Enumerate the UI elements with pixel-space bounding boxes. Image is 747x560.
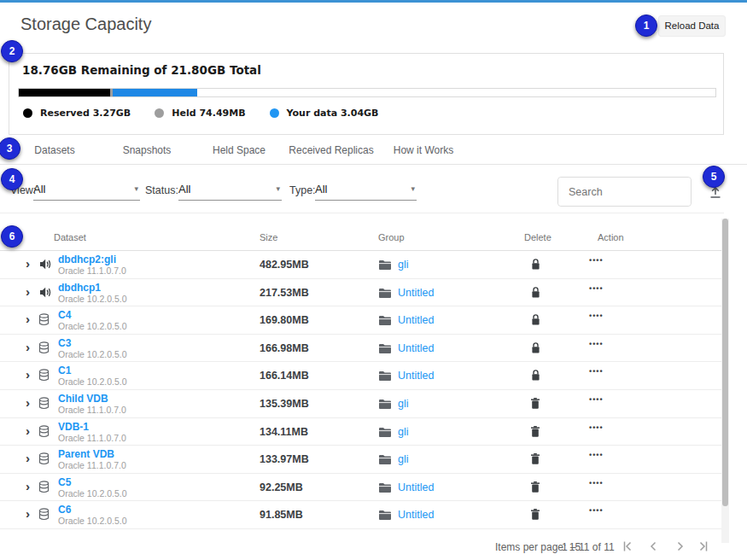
- lock-icon[interactable]: [530, 313, 541, 330]
- dataset-name-link[interactable]: C6: [58, 504, 71, 516]
- yourdata-dot-icon: [270, 108, 279, 118]
- capacity-legend: Reserved 3.27GB Held 74.49MB Your data 3…: [23, 108, 379, 119]
- capacity-bar: [18, 88, 716, 97]
- search-input[interactable]: [558, 178, 691, 206]
- lock-icon[interactable]: [530, 341, 541, 358]
- group-link[interactable]: Untitled: [398, 481, 434, 493]
- folder-icon: [378, 314, 392, 330]
- tab-datasets[interactable]: Datasets: [9, 138, 101, 164]
- column-header-action: Action: [598, 232, 624, 242]
- trash-icon[interactable]: [530, 425, 540, 441]
- trash-icon[interactable]: [530, 452, 540, 469]
- view-filter-select[interactable]: All ▾: [33, 180, 140, 201]
- tab-received-replicas[interactable]: Received Replicas: [285, 138, 377, 164]
- next-page-icon[interactable]: [673, 539, 688, 554]
- column-header-dataset: Dataset: [54, 232, 86, 242]
- tab-bar: Datasets Snapshots Held Space Received R…: [0, 138, 747, 165]
- database-icon: [38, 481, 50, 497]
- group-link[interactable]: Untitled: [398, 314, 434, 326]
- dataset-size: 169.80MB: [260, 314, 309, 326]
- type-filter-select[interactable]: All ▾: [315, 180, 417, 201]
- legend-reserved-label: Reserved 3.27GB: [40, 108, 131, 119]
- chevron-down-icon: ▾: [276, 184, 280, 193]
- storage-capacity-page: Storage Capacity Reload Data 1 2 3 4 5 6…: [0, 0, 747, 560]
- group-link[interactable]: Untitled: [398, 370, 434, 382]
- folder-icon: [378, 287, 392, 302]
- expand-chevron-icon[interactable]: ›: [26, 423, 30, 438]
- dataset-subtitle: Oracle 10.2.0.5.0: [58, 488, 127, 499]
- type-filter-value: All: [315, 183, 327, 195]
- expand-chevron-icon[interactable]: ›: [26, 506, 30, 521]
- more-actions-icon[interactable]: ••••: [589, 284, 604, 293]
- group-link[interactable]: Untitled: [398, 509, 434, 521]
- dataset-name-link[interactable]: C1: [58, 365, 71, 376]
- previous-page-icon[interactable]: [645, 539, 661, 554]
- capacity-bar-yourdata-segment: [113, 89, 197, 96]
- dataset-name-link[interactable]: dbdhcp2:gli: [58, 254, 116, 265]
- folder-icon: [378, 453, 392, 469]
- more-actions-icon[interactable]: ••••: [589, 340, 604, 348]
- dataset-name-link[interactable]: C3: [58, 337, 71, 349]
- dataset-name-link[interactable]: VDB-1: [58, 421, 89, 433]
- group-link[interactable]: gli: [398, 453, 409, 465]
- dataset-size: 91.85MB: [260, 509, 303, 521]
- reload-data-button[interactable]: Reload Data: [658, 15, 726, 37]
- expand-chevron-icon[interactable]: ›: [26, 367, 30, 382]
- lock-icon[interactable]: [530, 258, 541, 274]
- dataset-size: 134.11MB: [260, 426, 308, 438]
- callout-badge-2: 2: [1, 40, 23, 62]
- trash-icon[interactable]: [530, 481, 540, 497]
- view-filter-value: All: [33, 183, 45, 195]
- dataset-subtitle: Oracle 10.2.0.5.0: [58, 294, 127, 304]
- table-row: › C1 Oracle 10.2.0.5.0 166.14MB: [0, 362, 724, 390]
- lock-icon[interactable]: [530, 286, 541, 302]
- more-actions-icon[interactable]: ••••: [589, 367, 604, 376]
- scrollbar-thumb[interactable]: [722, 219, 728, 506]
- folder-icon: [378, 426, 392, 441]
- dataset-name-link[interactable]: Parent VDB: [58, 448, 114, 460]
- tab-how-it-works[interactable]: How it Works: [377, 138, 470, 164]
- dataset-name-link[interactable]: Child VDB: [58, 393, 108, 405]
- more-actions-icon[interactable]: ••••: [589, 506, 604, 515]
- filters-toolbar: View: All ▾ Status: All ▾ Type: All ▾: [0, 170, 747, 213]
- group-link[interactable]: Untitled: [398, 287, 434, 299]
- expand-chevron-icon[interactable]: ›: [26, 451, 30, 465]
- group-link[interactable]: gli: [398, 426, 409, 438]
- expand-chevron-icon[interactable]: ›: [26, 479, 30, 493]
- dataset-name-link[interactable]: dbdhcp1: [58, 282, 101, 294]
- tab-held-space[interactable]: Held Space: [193, 138, 285, 164]
- expand-chevron-icon[interactable]: ›: [26, 284, 30, 299]
- lock-icon[interactable]: [530, 369, 541, 385]
- dataset-name-link[interactable]: C4: [58, 309, 71, 321]
- expand-chevron-icon[interactable]: ›: [26, 395, 30, 410]
- trash-icon[interactable]: [530, 397, 540, 413]
- dataset-size: 92.25MB: [260, 481, 303, 493]
- group-link[interactable]: Untitled: [398, 342, 434, 354]
- paginator: Items per page: 15 1 – 11 of 11: [0, 534, 724, 559]
- tab-snapshots[interactable]: Snapshots: [101, 138, 193, 164]
- group-link[interactable]: gli: [398, 398, 409, 410]
- more-actions-icon[interactable]: ••••: [589, 451, 604, 459]
- status-filter-select[interactable]: All ▾: [178, 180, 282, 201]
- dataset-size: 135.39MB: [260, 398, 309, 410]
- table-scrollbar[interactable]: [721, 219, 729, 543]
- folder-icon: [378, 370, 392, 385]
- more-actions-icon[interactable]: ••••: [589, 479, 604, 487]
- legend-yourdata-label: Your data 3.04GB: [287, 108, 379, 119]
- dataset-name-link[interactable]: C5: [58, 476, 71, 488]
- more-actions-icon[interactable]: ••••: [589, 256, 604, 265]
- expand-chevron-icon[interactable]: ›: [26, 340, 30, 354]
- dataset-table-body: › dbdhcp2:gli Oracle 11.1.0.7.0 482.95MB: [0, 251, 724, 529]
- database-icon: [38, 508, 50, 524]
- last-page-icon[interactable]: [696, 539, 711, 554]
- trash-icon[interactable]: [530, 508, 540, 524]
- more-actions-icon[interactable]: ••••: [589, 423, 604, 432]
- first-page-icon[interactable]: [620, 539, 635, 554]
- expand-chevron-icon[interactable]: ›: [26, 256, 30, 271]
- expand-chevron-icon[interactable]: ›: [26, 312, 30, 326]
- more-actions-icon[interactable]: ••••: [589, 395, 604, 404]
- group-link[interactable]: gli: [398, 259, 409, 271]
- dataset-size: 482.95MB: [260, 259, 309, 271]
- more-actions-icon[interactable]: ••••: [589, 312, 604, 320]
- legend-item-reserved: Reserved 3.27GB: [23, 108, 131, 119]
